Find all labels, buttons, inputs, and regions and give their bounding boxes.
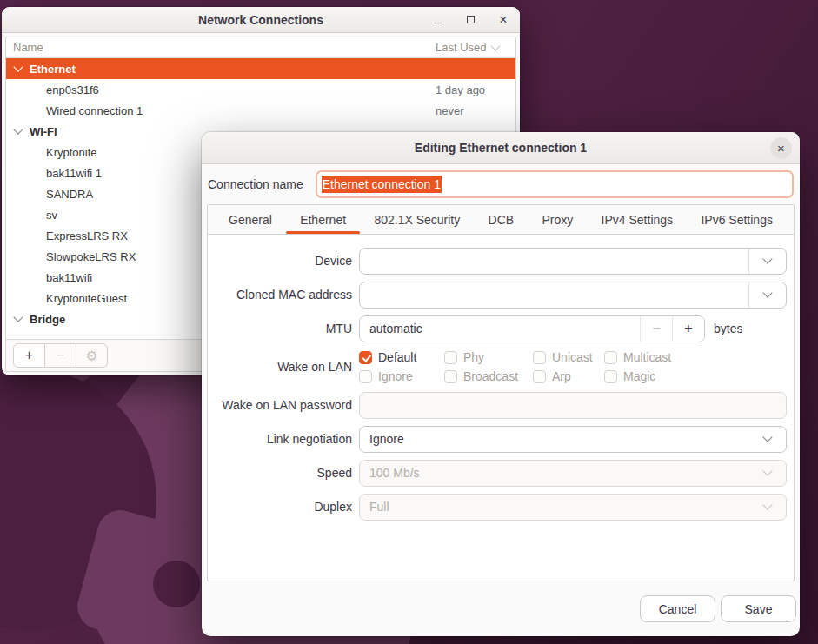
edit-connection-button[interactable]: ⚙ [76,343,108,368]
link-negotiation-dropdown[interactable]: Ignore [359,426,787,453]
dialog-close-button[interactable]: × [770,137,792,159]
checkbox-label: Arp [552,369,571,383]
device-dropdown-button[interactable] [749,249,786,274]
checkbox-label: Phy [463,350,484,364]
checkbox-label: Default [378,350,416,364]
column-header-last-used-label: Last Used [436,41,487,54]
dialog-action-area: Cancel Save [202,581,800,636]
last-used-value: 1 day ago [436,83,509,96]
speed-value: 100 Mb/s [360,466,749,480]
mtu-field-group: automatic − + bytes [359,315,787,342]
link-negotiation-row: Link negotiation Ignore [215,425,787,453]
column-header-name[interactable]: Name [13,41,436,54]
checkbox-label: Unicast [552,350,593,364]
list-item[interactable]: enp0s31f6 1 day ago [6,79,515,100]
cloned-mac-dropdown-button[interactable] [749,282,786,308]
device-combobox[interactable] [359,248,787,275]
dropdown-button[interactable] [749,427,786,452]
wol-password-row: Wake on LAN password [215,391,787,419]
tab-proxy[interactable]: Proxy [538,205,576,234]
checkbox-icon[interactable] [604,351,617,364]
gear-icon: ⚙ [85,348,97,364]
mtu-row: MTU automatic − + bytes [215,315,787,342]
device-label: Device [215,254,352,268]
checkbox-checked-icon[interactable] [359,351,372,364]
dropdown-button[interactable] [749,461,786,486]
checkbox-icon[interactable] [604,370,617,383]
wol-option-ignore[interactable]: Ignore [359,369,444,383]
tab-label: General [229,213,272,227]
wake-on-lan-options: Default Phy Unicast Multicast [359,349,787,385]
toolbar-button-group: + − ⚙ [13,343,108,368]
remove-connection-button[interactable]: − [44,343,76,368]
dialog-title: Editing Ethernet connection 1 [415,141,587,155]
checkbox-label: Ignore [378,369,413,383]
wol-option-magic[interactable]: Magic [604,369,787,383]
connection-name-input[interactable]: Ethernet connection 1 [316,170,794,198]
wol-password-label: Wake on LAN password [215,398,352,412]
speed-label: Speed [215,466,352,480]
close-button[interactable]: × [497,14,509,26]
wol-option-multicast[interactable]: Multicast [604,350,787,364]
tab-ipv6-settings[interactable]: IPv6 Settings [697,205,776,234]
mtu-value: automatic [360,322,640,335]
checkbox-icon[interactable] [444,351,457,364]
checkbox-icon[interactable] [359,370,372,383]
mtu-increment-button[interactable]: + [672,316,704,342]
tab-ethernet[interactable]: Ethernet [296,205,349,234]
tab-dcb[interactable]: DCB [485,205,518,234]
last-used-value: never [436,104,509,117]
dialog-titlebar[interactable]: Editing Ethernet connection 1 × [202,132,800,164]
dropdown-button[interactable] [749,495,786,520]
wol-option-default[interactable]: Default [359,350,444,364]
tab-label: Ethernet [300,213,346,227]
wake-on-lan-label: Wake on LAN [215,360,352,374]
tab-label: Proxy [542,213,573,227]
tab-ipv4-settings[interactable]: IPv4 Settings [598,205,677,234]
tab-label: IPv4 Settings [602,213,674,227]
maximize-button[interactable] [464,14,476,26]
settings-notebook: General Ethernet 802.1X Security DCB Pro… [207,204,795,581]
chevron-down-icon[interactable] [13,62,23,71]
save-button[interactable]: Save [721,595,796,622]
checkbox-label: Broadcast [463,369,518,383]
connection-name-row: Connection name Ethernet connection 1 [202,164,800,204]
cancel-button[interactable]: Cancel [640,595,715,622]
minus-icon: − [57,348,64,363]
close-icon: × [499,13,507,27]
checkbox-icon[interactable] [444,370,457,383]
checkbox-icon[interactable] [533,370,546,383]
chevron-down-icon [762,288,772,297]
speed-dropdown[interactable]: 100 Mb/s [359,460,787,487]
tab-8021x-security[interactable]: 802.1X Security [370,205,463,234]
network-connections-titlebar[interactable]: Network Connections × [2,7,520,33]
duplex-dropdown[interactable]: Full [359,494,787,521]
mtu-decrement-button[interactable]: − [640,316,672,342]
edit-connection-dialog: Editing Ethernet connection 1 × Connecti… [202,132,800,636]
wol-option-unicast[interactable]: Unicast [533,350,604,364]
device-row: Device [215,247,787,275]
connection-name-label: Connection name [208,177,303,191]
chevron-down-icon [762,466,772,475]
chevron-down-icon[interactable] [13,312,23,322]
window-title: Network Connections [198,13,323,27]
tab-general[interactable]: General [225,205,276,234]
wol-option-broadcast[interactable]: Broadcast [444,369,533,383]
link-negotiation-label: Link negotiation [215,432,352,446]
chevron-down-icon [762,432,772,442]
mtu-spinbutton[interactable]: automatic − + [359,315,705,342]
wol-option-phy[interactable]: Phy [444,350,533,364]
checkbox-icon[interactable] [533,351,546,364]
list-item[interactable]: Wired connection 1 never [6,100,515,121]
column-header-last-used[interactable]: Last Used [436,41,509,54]
plus-icon: + [25,348,33,363]
minimize-button[interactable] [431,14,443,26]
wol-option-arp[interactable]: Arp [533,369,604,383]
minimize-icon [434,23,442,23]
wol-password-input[interactable] [359,392,787,419]
cloned-mac-label: Cloned MAC address [215,288,352,302]
chevron-down-icon[interactable] [13,124,23,134]
add-connection-button[interactable]: + [13,343,45,368]
list-group-ethernet[interactable]: Ethernet [6,58,515,79]
cloned-mac-combobox[interactable] [359,282,787,309]
